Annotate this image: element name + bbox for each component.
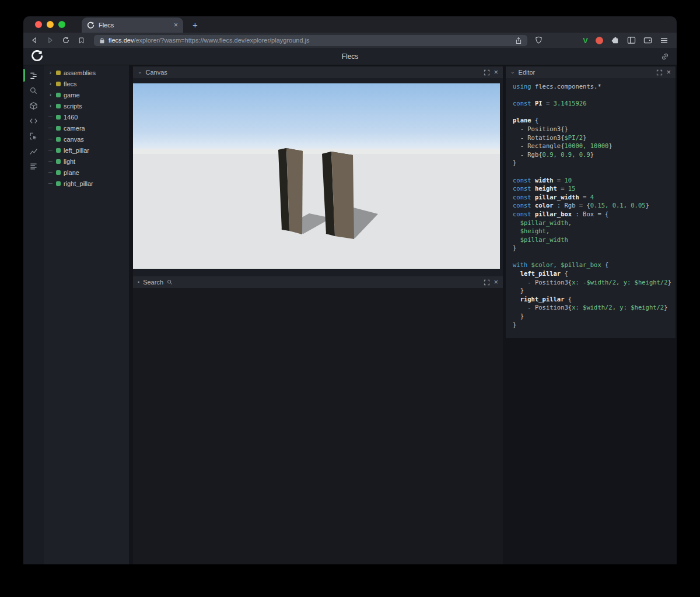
search-icon[interactable] [23,83,44,98]
reload-button[interactable] [62,36,70,44]
browser-window: Flecs × + flecs.dev/explorer/?wasm=https… [23,16,677,564]
share-icon[interactable] [515,37,522,44]
browser-tab-bar: Flecs × + [23,16,677,33]
package-icon[interactable] [23,98,44,113]
inspector-icon[interactable] [23,128,44,143]
expand-arrow-icon[interactable]: › [48,70,53,76]
code-line: const color : Rgb = {0.15, 0.1, 0.05} [513,201,671,210]
tree-item[interactable]: camera [44,122,129,134]
close-panel-icon[interactable]: × [494,68,498,76]
leaf-dash-icon [48,150,53,150]
entity-label: scripts [64,103,82,110]
code-line: - Rotation3{$PI/2} [513,134,671,142]
browser-tab[interactable]: Flecs × [82,17,183,33]
entity-label: canvas [64,136,84,143]
code-line: } [513,159,671,167]
tab-close-button[interactable]: × [174,22,178,29]
code-line: right_pillar { [513,295,671,304]
entity-label: left_pillar [64,147,89,154]
entity-tree: ›assemblies›flecs›game›scripts1460camera… [44,65,129,564]
close-panel-icon[interactable]: × [666,68,671,76]
url-text: flecs.dev/explorer/?wasm=https://www.fle… [108,37,512,44]
close-window-button[interactable] [35,21,42,28]
leaf-dash-icon [48,117,53,117]
tree-item[interactable]: canvas [44,134,129,145]
code-line: $pillar_width, [513,219,671,227]
entity-label: light [64,158,75,165]
entity-color-square [56,104,61,108]
tree-item[interactable]: ›scripts [44,100,129,111]
tree-item[interactable]: left_pillar [44,145,129,156]
code-line: - Rectangle{10000, 10000} [513,142,671,150]
extension-toolbar: V [583,36,670,45]
code-line: } [513,312,671,321]
wallet-icon[interactable] [643,36,652,44]
tree-item[interactable]: plane [44,167,129,178]
share-link-icon[interactable] [661,52,669,61]
back-button[interactable] [30,36,38,44]
canvas-panel-title: Canvas [146,69,167,76]
search-panel-title[interactable]: Search [143,279,163,286]
code-line [513,167,671,176]
expand-panel-icon[interactable] [484,69,490,76]
code-line: left_pillar { [513,269,671,278]
tree-item[interactable]: ›assemblies [44,67,129,78]
leaf-dash-icon [48,128,53,128]
code-line: } [513,244,671,252]
leaf-dash-icon [48,172,53,173]
flecs-logo-icon [31,50,43,62]
tree-item[interactable]: ›game [44,89,129,100]
brave-shield-icon[interactable] [535,36,542,44]
expand-panel-icon[interactable] [484,279,490,286]
code-editor-content[interactable]: using flecs.components.* const PI = 3.14… [506,78,676,335]
minimize-window-button[interactable] [47,21,54,28]
rows-icon[interactable] [23,159,44,174]
maximize-window-button[interactable] [58,21,65,28]
vimium-extension-icon[interactable]: V [583,36,588,45]
leaf-dash-icon [48,139,53,139]
tree-item[interactable]: right_pillar [44,178,129,189]
3d-viewport[interactable] [133,83,500,269]
canvas-panel-header: ⌄ Canvas × [133,66,503,78]
chevron-down-icon[interactable]: ⌄ [510,69,515,75]
bookmark-icon[interactable] [78,37,85,44]
entity-color-square [56,126,61,131]
forward-button[interactable] [46,36,54,44]
magnifier-icon[interactable] [167,279,173,285]
code-line: - Rgb{0.9, 0.9, 0.9} [513,150,671,159]
chevron-down-icon[interactable]: ⌄ [138,69,142,75]
tree-item[interactable]: ›flecs [44,78,129,89]
new-tab-button[interactable]: + [192,20,198,29]
tool-sidebar [23,65,44,564]
canvas-content [133,78,503,269]
entity-label: 1460 [64,114,78,121]
tree-item[interactable]: light [44,156,129,167]
code-line [513,108,671,117]
menu-hamburger-icon[interactable] [660,37,668,44]
entity-label: camera [64,125,85,132]
close-panel-icon[interactable]: × [494,278,498,286]
expand-arrow-icon[interactable]: › [48,103,53,109]
entity-label: right_pillar [64,180,93,187]
app-header: Flecs [23,48,677,65]
tree-item[interactable]: 1460 [44,111,129,122]
sidebar-toggle-icon[interactable] [627,36,636,44]
code-line: const height = 15 [513,184,671,193]
entity-label: plane [64,169,79,176]
tab-title: Flecs [99,22,170,29]
tree-view-icon[interactable] [23,68,44,83]
page-title: Flecs [342,52,359,61]
address-bar[interactable]: flecs.dev/explorer/?wasm=https://www.fle… [94,35,527,46]
code-line [513,252,671,261]
url-path: /explorer/?wasm=https://www.flecs.dev/ex… [134,37,309,44]
code-line [513,91,671,100]
expand-panel-icon[interactable] [656,69,663,76]
code-icon[interactable] [23,113,44,128]
expand-arrow-icon[interactable]: › [48,81,53,87]
extensions-puzzle-icon[interactable] [611,36,620,45]
chart-icon[interactable] [23,143,44,159]
record-extension-icon[interactable] [596,37,603,44]
entity-label: assemblies [64,69,96,76]
expand-arrow-icon[interactable]: › [48,92,53,98]
lock-icon [99,37,105,44]
